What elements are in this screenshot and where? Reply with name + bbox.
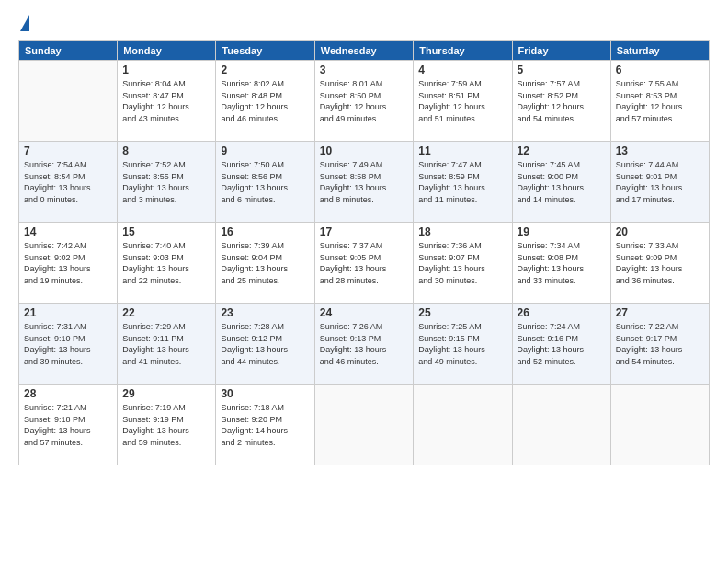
calendar-day-cell [414,385,512,465]
day-info: Sunrise: 8:01 AM Sunset: 8:50 PM Dayligh… [320,78,409,124]
calendar-week-row: 28Sunrise: 7:21 AM Sunset: 9:18 PM Dayli… [19,385,710,465]
weekday-header-friday: Friday [512,41,610,61]
day-number: 2 [221,63,309,76]
day-info: Sunrise: 7:19 AM Sunset: 9:19 PM Dayligh… [122,402,210,448]
day-number: 12 [518,144,606,157]
weekday-header-saturday: Saturday [610,41,709,61]
weekday-header-tuesday: Tuesday [216,41,314,61]
logo [18,15,29,33]
calendar-day-cell: 26Sunrise: 7:24 AM Sunset: 9:16 PM Dayli… [512,304,610,385]
day-number: 20 [616,225,704,238]
day-number: 25 [418,306,506,319]
day-number: 18 [418,225,506,238]
calendar-table: SundayMondayTuesdayWednesdayThursdayFrid… [18,40,710,465]
calendar-day-cell: 16Sunrise: 7:39 AM Sunset: 9:04 PM Dayli… [216,223,314,304]
day-info: Sunrise: 7:26 AM Sunset: 9:13 PM Dayligh… [320,321,409,367]
day-info: Sunrise: 7:50 AM Sunset: 8:56 PM Dayligh… [221,159,309,205]
day-number: 26 [518,306,606,319]
day-number: 17 [320,225,409,238]
calendar-day-cell: 24Sunrise: 7:26 AM Sunset: 9:13 PM Dayli… [314,304,414,385]
day-number: 29 [122,387,210,400]
calendar-day-cell: 2Sunrise: 8:02 AM Sunset: 8:48 PM Daylig… [216,61,314,142]
day-info: Sunrise: 7:47 AM Sunset: 8:59 PM Dayligh… [418,159,506,205]
calendar-day-cell: 23Sunrise: 7:28 AM Sunset: 9:12 PM Dayli… [216,304,314,385]
calendar-day-cell: 11Sunrise: 7:47 AM Sunset: 8:59 PM Dayli… [414,142,512,223]
weekday-header-wednesday: Wednesday [314,41,414,61]
day-info: Sunrise: 7:22 AM Sunset: 9:17 PM Dayligh… [616,321,704,367]
calendar-day-cell [610,385,709,465]
day-number: 24 [320,306,409,319]
day-number: 14 [24,225,112,238]
calendar-day-cell: 25Sunrise: 7:25 AM Sunset: 9:15 PM Dayli… [414,304,512,385]
day-info: Sunrise: 7:44 AM Sunset: 9:01 PM Dayligh… [616,159,704,205]
calendar-week-row: 1Sunrise: 8:04 AM Sunset: 8:47 PM Daylig… [19,61,710,142]
calendar-day-cell: 6Sunrise: 7:55 AM Sunset: 8:53 PM Daylig… [610,61,709,142]
day-info: Sunrise: 7:29 AM Sunset: 9:11 PM Dayligh… [122,321,210,367]
day-info: Sunrise: 7:18 AM Sunset: 9:20 PM Dayligh… [221,402,309,448]
day-number: 4 [418,63,506,76]
day-info: Sunrise: 7:37 AM Sunset: 9:05 PM Dayligh… [320,240,409,286]
calendar-day-cell [19,61,118,142]
day-info: Sunrise: 7:54 AM Sunset: 8:54 PM Dayligh… [24,159,112,205]
day-number: 21 [24,306,112,319]
calendar-day-cell: 7Sunrise: 7:54 AM Sunset: 8:54 PM Daylig… [19,142,118,223]
calendar-day-cell: 29Sunrise: 7:19 AM Sunset: 9:19 PM Dayli… [118,385,216,465]
day-info: Sunrise: 7:52 AM Sunset: 8:55 PM Dayligh… [122,159,210,205]
weekday-header-thursday: Thursday [414,41,512,61]
day-number: 9 [221,144,309,157]
day-number: 7 [24,144,112,157]
day-number: 6 [616,63,704,76]
day-number: 16 [221,225,309,238]
logo-triangle-icon [20,15,29,31]
day-info: Sunrise: 7:57 AM Sunset: 8:52 PM Dayligh… [518,78,606,124]
day-number: 10 [320,144,409,157]
day-number: 11 [418,144,506,157]
day-number: 13 [616,144,704,157]
day-number: 1 [122,63,210,76]
calendar-day-cell [512,385,610,465]
weekday-header-monday: Monday [118,41,216,61]
day-info: Sunrise: 7:28 AM Sunset: 9:12 PM Dayligh… [221,321,309,367]
calendar-day-cell: 19Sunrise: 7:34 AM Sunset: 9:08 PM Dayli… [512,223,610,304]
calendar-day-cell: 28Sunrise: 7:21 AM Sunset: 9:18 PM Dayli… [19,385,118,465]
day-info: Sunrise: 7:21 AM Sunset: 9:18 PM Dayligh… [24,402,112,448]
weekday-header-row: SundayMondayTuesdayWednesdayThursdayFrid… [19,41,710,61]
calendar-day-cell: 9Sunrise: 7:50 AM Sunset: 8:56 PM Daylig… [216,142,314,223]
day-number: 22 [122,306,210,319]
day-number: 23 [221,306,309,319]
day-info: Sunrise: 7:25 AM Sunset: 9:15 PM Dayligh… [418,321,506,367]
day-info: Sunrise: 8:02 AM Sunset: 8:48 PM Dayligh… [221,78,309,124]
day-number: 5 [518,63,606,76]
day-info: Sunrise: 7:42 AM Sunset: 9:02 PM Dayligh… [24,240,112,286]
calendar-day-cell: 1Sunrise: 8:04 AM Sunset: 8:47 PM Daylig… [118,61,216,142]
calendar-day-cell: 13Sunrise: 7:44 AM Sunset: 9:01 PM Dayli… [610,142,709,223]
calendar-day-cell: 30Sunrise: 7:18 AM Sunset: 9:20 PM Dayli… [216,385,314,465]
calendar-day-cell: 17Sunrise: 7:37 AM Sunset: 9:05 PM Dayli… [314,223,414,304]
calendar-day-cell: 3Sunrise: 8:01 AM Sunset: 8:50 PM Daylig… [314,61,414,142]
day-number: 3 [320,63,409,76]
header [18,15,710,33]
day-info: Sunrise: 7:49 AM Sunset: 8:58 PM Dayligh… [320,159,409,205]
calendar-day-cell: 21Sunrise: 7:31 AM Sunset: 9:10 PM Dayli… [19,304,118,385]
calendar-day-cell: 8Sunrise: 7:52 AM Sunset: 8:55 PM Daylig… [118,142,216,223]
calendar-day-cell: 22Sunrise: 7:29 AM Sunset: 9:11 PM Dayli… [118,304,216,385]
day-info: Sunrise: 7:36 AM Sunset: 9:07 PM Dayligh… [418,240,506,286]
day-info: Sunrise: 7:31 AM Sunset: 9:10 PM Dayligh… [24,321,112,367]
calendar-week-row: 21Sunrise: 7:31 AM Sunset: 9:10 PM Dayli… [19,304,710,385]
day-number: 27 [616,306,704,319]
day-number: 28 [24,387,112,400]
day-info: Sunrise: 8:04 AM Sunset: 8:47 PM Dayligh… [122,78,210,124]
day-info: Sunrise: 7:34 AM Sunset: 9:08 PM Dayligh… [518,240,606,286]
calendar-day-cell: 12Sunrise: 7:45 AM Sunset: 9:00 PM Dayli… [512,142,610,223]
calendar-day-cell: 27Sunrise: 7:22 AM Sunset: 9:17 PM Dayli… [610,304,709,385]
calendar-week-row: 7Sunrise: 7:54 AM Sunset: 8:54 PM Daylig… [19,142,710,223]
day-number: 8 [122,144,210,157]
day-info: Sunrise: 7:33 AM Sunset: 9:09 PM Dayligh… [616,240,704,286]
calendar-day-cell: 18Sunrise: 7:36 AM Sunset: 9:07 PM Dayli… [414,223,512,304]
calendar-day-cell [314,385,414,465]
day-number: 19 [518,225,606,238]
calendar-day-cell: 4Sunrise: 7:59 AM Sunset: 8:51 PM Daylig… [414,61,512,142]
day-info: Sunrise: 7:24 AM Sunset: 9:16 PM Dayligh… [518,321,606,367]
calendar-week-row: 14Sunrise: 7:42 AM Sunset: 9:02 PM Dayli… [19,223,710,304]
day-info: Sunrise: 7:45 AM Sunset: 9:00 PM Dayligh… [518,159,606,205]
